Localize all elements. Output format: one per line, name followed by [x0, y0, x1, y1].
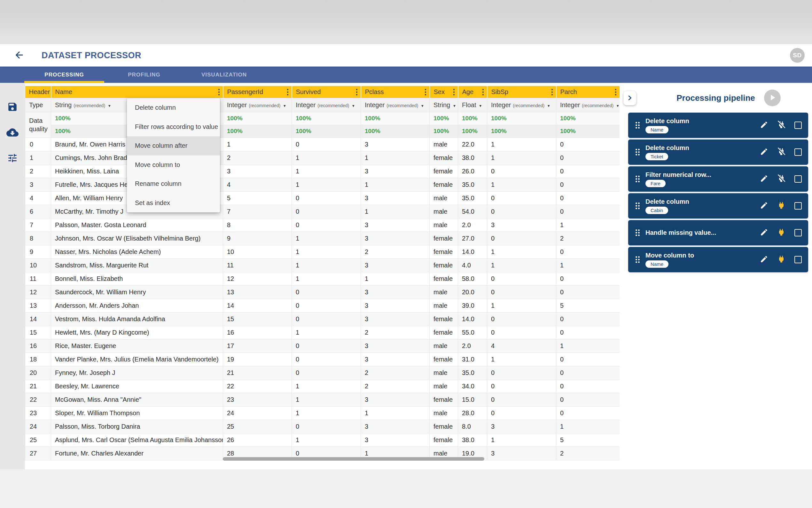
edit-step-button[interactable] — [760, 255, 768, 264]
row-index-cell: 12 — [25, 285, 51, 299]
column-menu-kebab-icon[interactable] — [354, 88, 359, 98]
column-type-select[interactable]: Integer(recommended)▾ — [361, 98, 430, 112]
edit-step-button[interactable] — [760, 201, 768, 211]
column-header-cell[interactable]: Sex — [430, 86, 458, 98]
edit-step-button[interactable] — [760, 147, 768, 157]
column-header-cell[interactable]: PassengerId — [223, 86, 292, 98]
horizontal-scrollbar-thumb[interactable] — [223, 457, 484, 461]
context-menu-item[interactable]: Set as index — [127, 194, 220, 213]
sex-cell: male — [430, 205, 458, 218]
dropdown-arrow-icon: ▾ — [617, 103, 619, 108]
select-step-checkbox[interactable] — [795, 202, 802, 210]
pipeline-step-card[interactable]: Delete column Ticket — [628, 139, 808, 165]
drag-handle-icon[interactable] — [635, 149, 640, 156]
column-menu-kebab-icon[interactable] — [480, 88, 486, 98]
tab[interactable]: PROCESSING — [24, 67, 104, 83]
column-header-cell[interactable]: Name — [51, 86, 223, 98]
column-header-cell[interactable]: Age — [458, 86, 487, 98]
drag-handle-icon[interactable] — [635, 202, 640, 210]
avatar[interactable]: SD — [790, 48, 805, 63]
age-cell: 15.0 — [458, 393, 487, 406]
edit-step-button[interactable] — [760, 174, 768, 184]
select-step-checkbox[interactable] — [795, 122, 802, 129]
column-menu-kebab-icon[interactable] — [613, 88, 618, 98]
edit-step-button[interactable] — [760, 121, 768, 130]
column-menu-kebab-icon[interactable] — [423, 88, 428, 98]
context-menu-item[interactable]: Move column after — [127, 136, 220, 156]
sibsp-cell: 3 — [487, 447, 556, 460]
pclass-cell: 3 — [361, 339, 430, 352]
select-step-checkbox[interactable] — [795, 229, 802, 237]
column-type-select[interactable]: Integer(recommended)▾ — [487, 98, 556, 112]
column-type-select[interactable]: Float▾ — [458, 98, 487, 112]
context-menu-item[interactable]: Move column to — [127, 156, 220, 175]
sex-cell: female — [430, 352, 458, 366]
column-header-cell[interactable]: Survived — [292, 86, 361, 98]
tab[interactable]: VISUALIZATION — [184, 67, 264, 83]
passengerid-cell: 24 — [223, 406, 292, 420]
parch-cell: 0 — [556, 326, 620, 339]
context-menu-item[interactable]: Rename column — [127, 174, 220, 194]
name-cell: Fortune, Mr. Charles Alexander — [51, 447, 223, 460]
age-cell: 28.0 — [458, 406, 487, 420]
toggle-step-button[interactable] — [777, 228, 786, 238]
tab[interactable]: PROFILING — [104, 67, 184, 83]
pipeline-step-card[interactable]: Delete column Cabin — [628, 193, 808, 218]
table-row: 18 Vander Planke, Mrs. Julius (Emelia Ma… — [25, 352, 620, 366]
cloud-download-button[interactable] — [6, 126, 19, 139]
column-menu-kebab-icon[interactable] — [217, 88, 222, 98]
tune-settings-button[interactable] — [6, 152, 19, 165]
row-index-cell: 16 — [25, 339, 51, 352]
name-cell: Johnson, Mrs. Oscar W (Elisabeth Vilhelm… — [51, 231, 223, 245]
age-cell: 39.0 — [458, 299, 487, 312]
toggle-step-button[interactable] — [777, 201, 786, 211]
context-menu-item[interactable]: Filter rows according to value — [127, 117, 220, 137]
pipeline-step-card[interactable]: Handle missing value... — [628, 220, 808, 245]
toggle-step-button[interactable] — [777, 255, 786, 264]
select-step-checkbox[interactable] — [795, 149, 802, 156]
age-cell: 35.0 — [458, 366, 487, 379]
pipeline-step-card[interactable]: Move column to Name — [628, 247, 808, 272]
survived-cell: 0 — [292, 205, 361, 218]
tabs: PROCESSING PROFILING VISUALIZATION — [24, 67, 264, 83]
run-pipeline-button[interactable] — [764, 90, 781, 106]
tab-bar: PROCESSING PROFILING VISUALIZATION — [0, 67, 812, 83]
toggle-step-button[interactable] — [777, 147, 786, 157]
drag-handle-icon[interactable] — [635, 175, 640, 183]
pclass-cell: 1 — [361, 205, 430, 218]
drag-handle-icon[interactable] — [635, 256, 640, 263]
pipeline-step-card[interactable]: Filter numerical row... Fare — [628, 166, 808, 192]
survived-cell: 1 — [292, 393, 361, 406]
sibsp-cell: 1 — [487, 137, 556, 151]
dropdown-arrow-icon: ▾ — [421, 103, 424, 108]
column-type-select[interactable]: Integer(recommended)▾ — [556, 98, 620, 112]
pipeline-step-card[interactable]: Delete column Name — [628, 113, 808, 138]
save-button[interactable] — [6, 101, 19, 114]
survived-cell: 0 — [292, 312, 361, 326]
toggle-step-button[interactable] — [777, 120, 786, 130]
column-menu-kebab-icon[interactable] — [285, 88, 290, 98]
pclass-cell: 3 — [361, 299, 430, 312]
passengerid-cell: 3 — [223, 164, 292, 178]
passengerid-cell: 7 — [223, 205, 292, 218]
drag-handle-icon[interactable] — [635, 122, 640, 129]
column-header-cell[interactable]: SibSp — [487, 86, 556, 98]
back-button[interactable] — [13, 49, 26, 62]
edit-step-button[interactable] — [760, 228, 768, 237]
passengerid-cell: 1 — [223, 137, 292, 151]
table-row: 3 Futrelle, Mrs. Jacques Heath (Lily May… — [25, 178, 620, 191]
column-type-select[interactable]: String▾ — [430, 98, 458, 112]
column-menu-kebab-icon[interactable] — [451, 88, 457, 98]
age-cell: 4.0 — [458, 258, 487, 272]
column-menu-kebab-icon[interactable] — [550, 88, 555, 98]
column-type-select[interactable]: Integer(recommended)▾ — [223, 98, 292, 112]
column-header-cell[interactable]: Pclass — [361, 86, 430, 98]
context-menu-item[interactable]: Delete column — [127, 98, 220, 117]
pclass-cell: 2 — [361, 245, 430, 258]
column-header-cell[interactable]: Parch — [556, 86, 620, 98]
column-type-select[interactable]: Integer(recommended)▾ — [292, 98, 361, 112]
select-step-checkbox[interactable] — [795, 175, 802, 183]
drag-handle-icon[interactable] — [635, 229, 640, 237]
select-step-checkbox[interactable] — [795, 256, 802, 263]
toggle-step-button[interactable] — [777, 174, 786, 184]
